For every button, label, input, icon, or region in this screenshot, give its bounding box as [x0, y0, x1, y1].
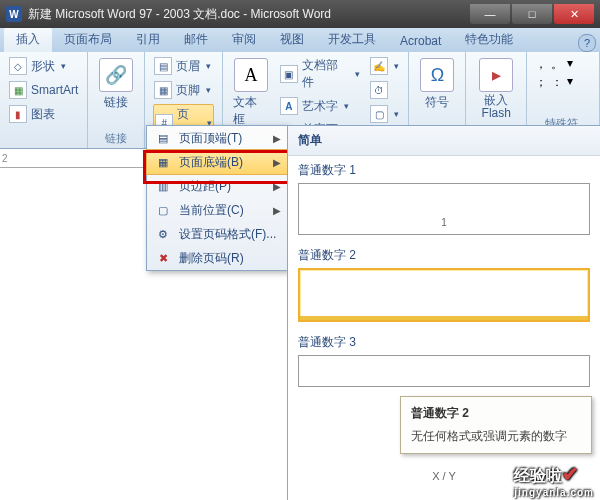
submenu-arrow-icon: ▶ [273, 157, 281, 168]
menu-bottom-of-page[interactable]: ▦页面底端(B)▶ [146, 149, 288, 175]
header-icon: ▤ [154, 57, 172, 75]
object-icon: ▢ [370, 105, 388, 123]
dropdown-icon: ▾ [394, 61, 399, 71]
remove-icon: ✖ [153, 249, 173, 267]
menu-format-page-numbers[interactable]: ⚙设置页码格式(F)... [147, 222, 287, 246]
gallery-item-plain-3[interactable]: 普通数字 3 [288, 328, 600, 393]
close-button[interactable]: ✕ [554, 4, 594, 24]
gallery-preview-3 [298, 355, 590, 387]
gallery-section-header: 简单 [288, 126, 600, 156]
menu-remove-label: 删除页码(R) [179, 250, 281, 267]
quick-parts-icon: ▣ [280, 65, 298, 83]
page-top-icon: ▤ [153, 129, 173, 147]
gallery-item-1-label: 普通数字 1 [298, 162, 590, 179]
hyperlink-button[interactable]: 🔗 链接 [96, 56, 136, 113]
watermark-text: 经验啦 [514, 467, 562, 484]
gallery-footer-item[interactable]: X / Y [432, 470, 456, 482]
footer-icon: ▦ [154, 81, 172, 99]
group-links-label: 链接 [105, 131, 127, 146]
dropdown-icon: ▾ [394, 109, 399, 119]
watermark: 经验啦✔ jingyanla.com [514, 462, 594, 498]
check-icon: ✔ [562, 463, 579, 485]
comma-icon[interactable]: ， [535, 56, 549, 70]
menu-current-position[interactable]: ▢当前位置(C)▶ [147, 198, 287, 222]
tab-layout[interactable]: 页面布局 [52, 27, 124, 52]
symbol-icon: Ω [420, 58, 454, 92]
tab-special[interactable]: 特色功能 [453, 27, 525, 52]
tooltip: 普通数字 2 无任何格式或强调元素的数字 [400, 396, 592, 454]
flash-icon: ▸ [479, 58, 513, 92]
menu-format-label: 设置页码格式(F)... [179, 226, 281, 243]
symbol-label: 符号 [425, 94, 449, 111]
app-icon: W [6, 6, 22, 22]
quick-parts-label: 文档部件 [302, 57, 350, 91]
object-button[interactable]: ▢▾ [369, 104, 400, 124]
tab-acrobat[interactable]: Acrobat [388, 30, 453, 52]
shapes-button[interactable]: ◇形状▾ [8, 56, 79, 76]
menu-top-of-page[interactable]: ▤页面顶端(T)▶ [147, 126, 287, 150]
dropdown-icon: ▾ [355, 69, 360, 79]
footer-label: 页脚 [176, 82, 200, 99]
symbol-button[interactable]: Ω 符号 [417, 56, 457, 113]
flash-label: 嵌入 Flash [482, 94, 511, 120]
more-icon[interactable]: ▾ [567, 74, 581, 88]
menu-current-label: 当前位置(C) [179, 202, 273, 219]
preview-number: 1 [441, 217, 447, 228]
tooltip-body: 无任何格式或强调元素的数字 [411, 428, 581, 445]
window-title: 新建 Microsoft Word 97 - 2003 文档.doc - Mic… [28, 6, 468, 23]
chart-button[interactable]: ▮图表 [8, 104, 79, 124]
shapes-label: 形状 [31, 58, 55, 75]
tab-review[interactable]: 审阅 [220, 27, 268, 52]
menu-top-label: 页面顶端(T) [179, 130, 273, 147]
shapes-icon: ◇ [9, 57, 27, 75]
tab-developer[interactable]: 开发工具 [316, 27, 388, 52]
chart-label: 图表 [31, 106, 55, 123]
help-button[interactable]: ? [578, 34, 596, 52]
tooltip-title: 普通数字 2 [411, 405, 581, 422]
ribbon-tabs: 插入 页面布局 引用 邮件 审阅 视图 开发工具 Acrobat 特色功能 ? [0, 28, 600, 52]
gallery-item-3-label: 普通数字 3 [298, 334, 590, 351]
smartart-button[interactable]: ▦SmartArt [8, 80, 79, 100]
page-margin-icon: ▥ [153, 177, 173, 195]
smartart-label: SmartArt [31, 83, 78, 97]
page-number-menu: ▤页面顶端(T)▶ ▦页面底端(B)▶ ▥页边距(P)▶ ▢当前位置(C)▶ ⚙… [146, 125, 288, 271]
app-window: W 新建 Microsoft Word 97 - 2003 文档.doc - M… [0, 0, 600, 500]
submenu-arrow-icon: ▶ [273, 181, 281, 192]
tab-references[interactable]: 引用 [124, 27, 172, 52]
titlebar: W 新建 Microsoft Word 97 - 2003 文档.doc - M… [0, 0, 600, 28]
gallery-preview-2 [298, 268, 590, 322]
maximize-button[interactable]: □ [512, 4, 552, 24]
semicolon-icon[interactable]: ； [535, 74, 549, 88]
tab-insert[interactable]: 插入 [4, 27, 52, 52]
signature-icon: ✍ [370, 57, 388, 75]
gallery-preview-1: 1 [298, 183, 590, 235]
menu-margin-label: 页边距(P) [179, 178, 273, 195]
minimize-button[interactable]: — [470, 4, 510, 24]
gallery-item-plain-1[interactable]: 普通数字 1 1 [288, 156, 600, 241]
hyperlink-icon: 🔗 [99, 58, 133, 92]
menu-remove-page-numbers[interactable]: ✖删除页码(R) [147, 246, 287, 270]
group-illustrations: ◇形状▾ ▦SmartArt ▮图表 [0, 52, 88, 148]
colon-icon[interactable]: ： [551, 74, 565, 88]
current-pos-icon: ▢ [153, 201, 173, 219]
more-icon[interactable]: ▾ [567, 56, 581, 70]
menu-page-margins[interactable]: ▥页边距(P)▶ [147, 174, 287, 198]
tab-view[interactable]: 视图 [268, 27, 316, 52]
datetime-button[interactable]: ⏱ [369, 80, 400, 100]
footer-button[interactable]: ▦页脚▾ [153, 80, 214, 100]
quick-parts-button[interactable]: ▣文档部件▾ [279, 56, 362, 92]
tab-mailings[interactable]: 邮件 [172, 27, 220, 52]
datetime-icon: ⏱ [370, 81, 388, 99]
header-button[interactable]: ▤页眉▾ [153, 56, 214, 76]
watermark-sub: jingyanla.com [514, 487, 594, 498]
page-bottom-icon: ▦ [153, 153, 173, 171]
group-links: 🔗 链接 链接 [88, 52, 145, 148]
textbox-label: 文本框 [233, 94, 269, 128]
signature-button[interactable]: ✍▾ [369, 56, 400, 76]
gallery-item-plain-2[interactable]: 普通数字 2 [288, 241, 600, 328]
flash-button[interactable]: ▸ 嵌入 Flash [474, 56, 518, 122]
wordart-button[interactable]: A艺术字▾ [279, 96, 362, 116]
period-icon[interactable]: 。 [551, 56, 565, 70]
format-icon: ⚙ [153, 225, 173, 243]
textbox-icon: A [234, 58, 268, 92]
